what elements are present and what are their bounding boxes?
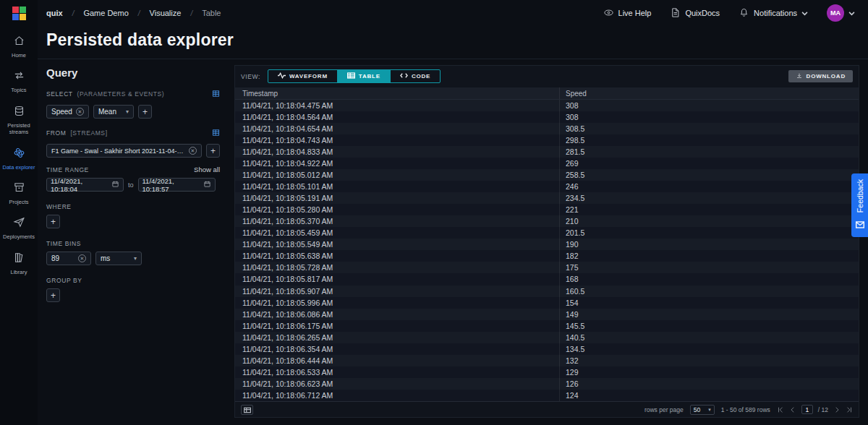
- pagination-bar: rows per page 50 ▾ 1 - 50 of 589 rows 1 …: [644, 405, 853, 415]
- sidebar-item-projects[interactable]: Projects: [0, 179, 38, 208]
- query-panel: Query SELECT (PARAMETERS & EVENTS) Speed…: [38, 59, 230, 425]
- cell-speed: 190: [559, 239, 859, 250]
- table-row[interactable]: 11/04/21, 10:18:04.564 AM 308: [235, 111, 859, 123]
- add-stream-button[interactable]: +: [206, 144, 220, 158]
- table-row[interactable]: 11/04/21, 10:18:05.728 AM 175: [235, 262, 859, 273]
- sidebar-item-label: Data explorer: [2, 164, 35, 171]
- stream-chip-label: F1 Game - Swal - Sakhir Short 2021-11-04…: [51, 147, 185, 155]
- sidebar-item-topics[interactable]: Topics: [0, 66, 38, 96]
- time-range-section-label: TIME RANGE Show all: [46, 166, 220, 173]
- table-row[interactable]: 11/04/21, 10:18:05.370 AM 210: [235, 215, 859, 227]
- data-table: Timestamp Speed 11/04/21, 10:18:04.475 A…: [235, 87, 859, 401]
- sidebar-item-deployments[interactable]: Deployments: [0, 213, 38, 243]
- table-row[interactable]: 11/04/21, 10:18:05.549 AM 190: [235, 239, 859, 250]
- cell-speed: 175: [559, 262, 859, 273]
- view-switcher: WAVEFORM TABLE CODE: [268, 69, 441, 83]
- next-page-button[interactable]: [833, 406, 841, 413]
- user-menu[interactable]: MA: [827, 4, 855, 22]
- table-row[interactable]: 11/04/21, 10:18:04.833 AM 281.5: [235, 146, 859, 158]
- parameter-chip-speed[interactable]: Speed ✕: [46, 105, 89, 119]
- live-help-button[interactable]: Live Help: [603, 7, 652, 20]
- table-row[interactable]: 11/04/21, 10:18:06.444 AM 132: [235, 355, 859, 366]
- column-header-speed[interactable]: Speed: [559, 87, 859, 99]
- sidebar-item-data-explorer[interactable]: Data explorer: [0, 144, 38, 173]
- table-row[interactable]: 11/04/21, 10:18:05.459 AM 201.5: [235, 227, 859, 239]
- first-page-button[interactable]: [777, 406, 784, 413]
- table-row[interactable]: 11/04/21, 10:18:06.623 AM 126: [235, 378, 859, 390]
- tab-waveform[interactable]: WAVEFORM: [268, 70, 338, 82]
- tab-table[interactable]: TABLE: [338, 70, 391, 82]
- time-to-input[interactable]: 11/4/2021, 10:18:57: [138, 178, 216, 192]
- table-row[interactable]: 11/04/21, 10:18:04.743 AM 298.5: [235, 134, 859, 146]
- to-label: to: [128, 181, 134, 189]
- table-row[interactable]: 11/04/21, 10:18:06.265 AM 140.5: [235, 332, 859, 343]
- time-range-controls: 11/4/2021, 10:18:04 to 11/4/2021, 10:18:…: [46, 178, 220, 192]
- remove-stream-icon[interactable]: ✕: [189, 147, 197, 155]
- group-by-controls: +: [46, 288, 220, 302]
- download-button[interactable]: DOWNLOAD: [788, 70, 853, 82]
- breadcrumb-root[interactable]: quix: [46, 9, 63, 17]
- time-bins-controls: 89 ✕ ms ▾: [46, 252, 220, 265]
- table-row[interactable]: 11/04/21, 10:18:06.175 AM 145.5: [235, 320, 859, 332]
- table-row[interactable]: 11/04/21, 10:18:05.101 AM 246: [235, 181, 859, 192]
- quixdocs-button[interactable]: QuixDocs: [670, 7, 720, 20]
- clear-time-bins-icon[interactable]: ✕: [78, 254, 86, 262]
- last-page-button[interactable]: [846, 406, 853, 413]
- table-row[interactable]: 11/04/21, 10:18:06.533 AM 129: [235, 366, 859, 378]
- table-row[interactable]: 11/04/21, 10:18:05.996 AM 154: [235, 297, 859, 309]
- table-row[interactable]: 11/04/21, 10:18:05.817 AM 168: [235, 273, 859, 285]
- table-row[interactable]: 11/04/21, 10:18:06.712 AM 124: [235, 390, 859, 401]
- table-row[interactable]: 11/04/21, 10:18:06.354 AM 134.5: [235, 343, 859, 355]
- avatar: MA: [827, 4, 844, 22]
- add-where-button[interactable]: +: [46, 215, 60, 228]
- stream-chip[interactable]: F1 Game - Swal - Sakhir Short 2021-11-04…: [46, 144, 202, 158]
- table-view-toggle[interactable]: [241, 405, 253, 415]
- select-grid-icon[interactable]: [212, 87, 220, 100]
- tab-code[interactable]: CODE: [391, 70, 440, 82]
- from-grid-icon[interactable]: [212, 126, 220, 139]
- cell-speed: 281.5: [559, 146, 859, 158]
- table-row[interactable]: 11/04/21, 10:18:04.654 AM 308.5: [235, 123, 859, 134]
- show-all-link[interactable]: Show all: [194, 166, 220, 173]
- cell-speed: 308: [559, 100, 859, 111]
- table-row[interactable]: 11/04/21, 10:18:04.475 AM 308: [235, 100, 859, 111]
- quix-logo[interactable]: [0, 0, 38, 26]
- add-group-by-button[interactable]: +: [46, 288, 60, 302]
- column-header-timestamp[interactable]: Timestamp: [235, 87, 559, 99]
- table-row[interactable]: 11/04/21, 10:18:05.191 AM 234.5: [235, 192, 859, 204]
- aggregation-select[interactable]: Mean ▾: [93, 105, 134, 119]
- breadcrumb-item[interactable]: Visualize: [150, 9, 182, 17]
- remove-parameter-icon[interactable]: ✕: [76, 108, 84, 116]
- sidebar-item-home[interactable]: Home: [0, 32, 38, 61]
- breadcrumb-item[interactable]: Game Demo: [83, 9, 128, 17]
- sidebar-item-persisted-streams[interactable]: Persisted streams: [0, 102, 38, 139]
- deployments-icon: [13, 216, 25, 231]
- previous-page-button[interactable]: [789, 406, 796, 413]
- breadcrumb-item-current[interactable]: Table: [202, 9, 221, 17]
- rows-per-page-select[interactable]: 50 ▾: [690, 405, 715, 415]
- cell-timestamp: 11/04/21, 10:18:05.370 AM: [235, 215, 559, 227]
- cell-timestamp: 11/04/21, 10:18:04.922 AM: [235, 158, 559, 169]
- calendar-icon[interactable]: [203, 180, 211, 189]
- table-row[interactable]: 11/04/21, 10:18:05.638 AM 182: [235, 250, 859, 262]
- from-controls: F1 Game - Swal - Sakhir Short 2021-11-04…: [46, 144, 220, 158]
- time-from-input[interactable]: 11/4/2021, 10:18:04: [46, 178, 124, 192]
- table-row[interactable]: 11/04/21, 10:18:04.922 AM 269: [235, 158, 859, 169]
- add-parameter-button[interactable]: +: [138, 105, 152, 119]
- aggregation-value: Mean: [98, 108, 116, 116]
- sidebar-item-library[interactable]: Library: [0, 249, 38, 278]
- time-bins-input[interactable]: 89 ✕: [46, 252, 91, 265]
- table-row[interactable]: 11/04/21, 10:18:05.907 AM 160.5: [235, 286, 859, 297]
- bell-icon: [739, 7, 749, 20]
- query-heading: Query: [46, 66, 220, 79]
- feedback-tab[interactable]: Feedback: [851, 173, 868, 237]
- time-bins-unit-select[interactable]: ms ▾: [95, 252, 142, 265]
- notifications-button[interactable]: Notifications: [739, 7, 808, 20]
- table-row[interactable]: 11/04/21, 10:18:05.280 AM 221: [235, 204, 859, 215]
- table-row[interactable]: 11/04/21, 10:18:05.012 AM 258.5: [235, 169, 859, 181]
- tab-label: TABLE: [359, 73, 380, 80]
- calendar-icon[interactable]: [111, 180, 119, 189]
- current-page-input[interactable]: 1: [801, 405, 813, 414]
- table-icon: [347, 72, 355, 80]
- table-row[interactable]: 11/04/21, 10:18:06.086 AM 149: [235, 309, 859, 320]
